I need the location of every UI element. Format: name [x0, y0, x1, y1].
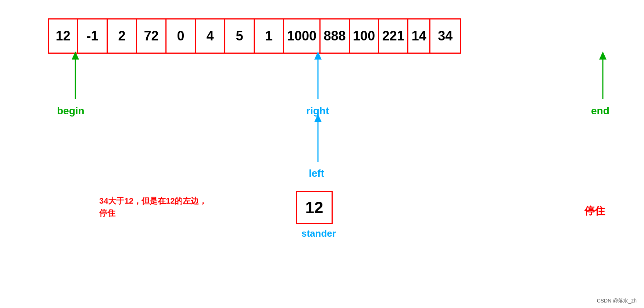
annotation-text: 34大于12，但是在12的左边， 停住 [99, 195, 207, 219]
svg-marker-7 [599, 51, 607, 60]
array-container: 12 -1 2 72 0 4 5 1 1000 888 100 221 14 3… [48, 18, 461, 54]
stander-box: 12 [296, 191, 333, 224]
end-label: end [591, 105, 609, 117]
cell-11: 221 [379, 19, 408, 53]
stander-value: 12 [305, 198, 323, 217]
cell-7: 1 [255, 19, 284, 53]
cell-0: 12 [49, 19, 78, 53]
begin-arrow [68, 51, 83, 99]
cell-5: 4 [196, 19, 225, 53]
right-arrow [311, 51, 325, 99]
cell-1: -1 [78, 19, 108, 53]
cell-6: 5 [225, 19, 255, 53]
cell-9: 888 [321, 19, 350, 53]
left-arrow [311, 114, 325, 162]
stander-label: stander [301, 228, 336, 239]
left-label: left [309, 168, 324, 179]
cell-4: 0 [167, 19, 196, 53]
cell-8: 1000 [284, 19, 321, 53]
cell-2: 2 [108, 19, 137, 53]
cell-13: 34 [430, 19, 460, 53]
stop-text: 停住 [584, 204, 605, 218]
svg-marker-1 [72, 51, 79, 60]
cell-3: 72 [137, 19, 167, 53]
cell-12: 14 [408, 19, 430, 53]
begin-label: begin [57, 105, 85, 117]
watermark: CSDN @落水_zh [597, 298, 637, 304]
cell-10: 100 [350, 19, 379, 53]
end-arrow [595, 51, 610, 99]
svg-marker-3 [314, 51, 322, 60]
svg-marker-5 [314, 114, 322, 122]
